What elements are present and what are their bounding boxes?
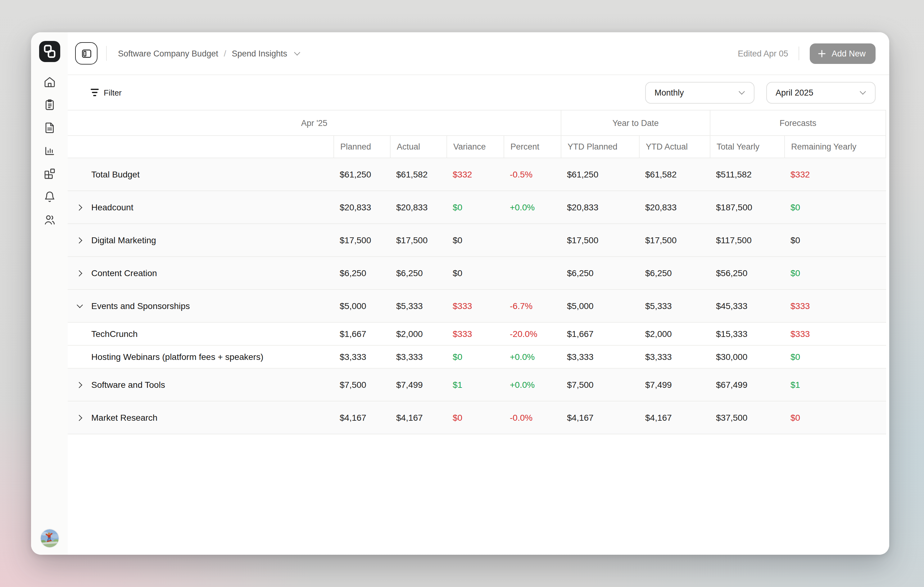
row-name-cell[interactable]: Software and Tools xyxy=(68,368,333,401)
cell-ytd-planned[interactable]: $7,500 xyxy=(561,368,639,401)
clipboard-icon[interactable] xyxy=(43,99,56,111)
cell-percent[interactable]: -20.0% xyxy=(503,323,561,345)
chevron-down-icon[interactable] xyxy=(294,50,300,56)
cell-remaining-yearly[interactable]: $332 xyxy=(784,158,886,191)
cell-percent[interactable] xyxy=(503,257,561,289)
bar-chart-icon[interactable] xyxy=(43,145,56,157)
cell-remaining-yearly[interactable]: $0 xyxy=(784,224,886,256)
cell-actual[interactable]: $3,333 xyxy=(390,345,447,368)
row-name-cell[interactable]: Market Research xyxy=(68,401,333,434)
cell-total-yearly[interactable]: $187,500 xyxy=(710,191,784,224)
breadcrumb-parent[interactable]: Software Company Budget xyxy=(118,49,218,58)
row-name-cell[interactable]: Hosting Webinars (platform fees + speake… xyxy=(68,345,333,368)
chevron-right-icon[interactable] xyxy=(75,203,84,212)
bell-icon[interactable] xyxy=(43,191,56,203)
row-name-cell[interactable]: Digital Marketing xyxy=(68,224,333,256)
cell-variance[interactable]: $0 xyxy=(447,191,503,224)
cell-variance[interactable]: $0 xyxy=(447,401,503,434)
cell-total-yearly[interactable]: $15,333 xyxy=(710,323,784,345)
sidebar-toggle-button[interactable] xyxy=(75,42,97,64)
cell-planned[interactable]: $7,500 xyxy=(333,368,390,401)
cell-percent[interactable]: +0.0% xyxy=(503,191,561,224)
cell-planned[interactable]: $61,250 xyxy=(333,158,390,191)
chevron-right-icon[interactable] xyxy=(75,413,84,422)
cell-ytd-actual[interactable]: $7,499 xyxy=(639,368,710,401)
cell-remaining-yearly[interactable]: $0 xyxy=(784,257,886,289)
filter-button[interactable]: Filter xyxy=(87,86,125,100)
cell-total-yearly[interactable]: $67,499 xyxy=(710,368,784,401)
cell-planned[interactable]: $20,833 xyxy=(333,191,390,224)
cell-total-yearly[interactable]: $30,000 xyxy=(710,345,784,368)
cell-total-yearly[interactable]: $45,333 xyxy=(710,290,784,322)
cell-percent[interactable]: +0.0% xyxy=(503,345,561,368)
cell-ytd-actual[interactable]: $2,000 xyxy=(639,323,710,345)
cell-ytd-planned[interactable]: $5,000 xyxy=(561,290,639,322)
row-name-cell[interactable]: Total Budget xyxy=(68,158,333,191)
add-new-button[interactable]: Add New xyxy=(810,43,876,64)
cell-remaining-yearly[interactable]: $333 xyxy=(784,323,886,345)
cell-remaining-yearly[interactable]: $0 xyxy=(784,191,886,224)
cell-planned[interactable]: $6,250 xyxy=(333,257,390,289)
cell-planned[interactable]: $5,000 xyxy=(333,290,390,322)
cell-ytd-planned[interactable]: $61,250 xyxy=(561,158,639,191)
cell-variance[interactable]: $0 xyxy=(447,345,503,368)
cell-actual[interactable]: $4,167 xyxy=(390,401,447,434)
chevron-down-icon[interactable] xyxy=(75,302,84,310)
cell-ytd-planned[interactable]: $4,167 xyxy=(561,401,639,434)
row-name-cell[interactable]: Content Creation xyxy=(68,257,333,289)
cell-ytd-actual[interactable]: $61,582 xyxy=(639,158,710,191)
chevron-right-icon[interactable] xyxy=(75,236,84,245)
table-row[interactable]: Content Creation $6,250 $6,250 $0 $6,250… xyxy=(68,257,886,290)
cell-ytd-planned[interactable]: $20,833 xyxy=(561,191,639,224)
table-row[interactable]: Headcount $20,833 $20,833 $0 +0.0% $20,8… xyxy=(68,191,886,224)
cell-ytd-actual[interactable]: $20,833 xyxy=(639,191,710,224)
cell-total-yearly[interactable]: $56,250 xyxy=(710,257,784,289)
cell-actual[interactable]: $7,499 xyxy=(390,368,447,401)
cell-actual[interactable]: $5,333 xyxy=(390,290,447,322)
breadcrumb-current[interactable]: Spend Insights xyxy=(232,49,287,58)
table-row[interactable]: Digital Marketing $17,500 $17,500 $0 $17… xyxy=(68,224,886,257)
cell-total-yearly[interactable]: $37,500 xyxy=(710,401,784,434)
cell-remaining-yearly[interactable]: $0 xyxy=(784,401,886,434)
row-name-cell[interactable]: Events and Sponsorships xyxy=(68,290,333,322)
cell-ytd-actual[interactable]: $5,333 xyxy=(639,290,710,322)
cell-actual[interactable]: $17,500 xyxy=(390,224,447,256)
chevron-right-icon[interactable] xyxy=(75,269,84,277)
cell-variance[interactable]: $333 xyxy=(447,290,503,322)
app-logo[interactable] xyxy=(39,41,60,62)
cell-variance[interactable]: $333 xyxy=(447,323,503,345)
table-row[interactable]: Total Budget $61,250 $61,582 $332 -0.5% … xyxy=(68,158,886,191)
user-avatar[interactable] xyxy=(40,529,58,547)
cell-remaining-yearly[interactable]: $333 xyxy=(784,290,886,322)
cell-actual[interactable]: $6,250 xyxy=(390,257,447,289)
cell-total-yearly[interactable]: $511,582 xyxy=(710,158,784,191)
cell-ytd-planned[interactable]: $17,500 xyxy=(561,224,639,256)
cell-ytd-planned[interactable]: $3,333 xyxy=(561,345,639,368)
cell-planned[interactable]: $3,333 xyxy=(333,345,390,368)
cell-variance[interactable]: $0 xyxy=(447,224,503,256)
cell-total-yearly[interactable]: $117,500 xyxy=(710,224,784,256)
cell-remaining-yearly[interactable]: $0 xyxy=(784,345,886,368)
cell-ytd-actual[interactable]: $6,250 xyxy=(639,257,710,289)
table-row[interactable]: Market Research $4,167 $4,167 $0 -0.0% $… xyxy=(68,401,886,434)
cell-actual[interactable]: $61,582 xyxy=(390,158,447,191)
cell-variance[interactable]: $0 xyxy=(447,257,503,289)
people-icon[interactable] xyxy=(43,214,56,226)
chevron-right-icon[interactable] xyxy=(75,380,84,389)
blocks-icon[interactable] xyxy=(43,168,56,180)
cell-percent[interactable] xyxy=(503,224,561,256)
cell-actual[interactable]: $2,000 xyxy=(390,323,447,345)
cell-ytd-actual[interactable]: $3,333 xyxy=(639,345,710,368)
document-icon[interactable] xyxy=(43,122,56,134)
cell-ytd-actual[interactable]: $17,500 xyxy=(639,224,710,256)
month-select[interactable]: April 2025 xyxy=(766,82,876,103)
cell-ytd-actual[interactable]: $4,167 xyxy=(639,401,710,434)
home-icon[interactable] xyxy=(43,76,56,88)
cell-remaining-yearly[interactable]: $1 xyxy=(784,368,886,401)
table-row[interactable]: Software and Tools $7,500 $7,499 $1 +0.0… xyxy=(68,368,886,401)
cell-variance[interactable]: $332 xyxy=(447,158,503,191)
table-row[interactable]: Events and Sponsorships $5,000 $5,333 $3… xyxy=(68,290,886,323)
row-name-cell[interactable]: Headcount xyxy=(68,191,333,224)
cell-percent[interactable]: -0.5% xyxy=(503,158,561,191)
cell-percent[interactable]: -6.7% xyxy=(503,290,561,322)
